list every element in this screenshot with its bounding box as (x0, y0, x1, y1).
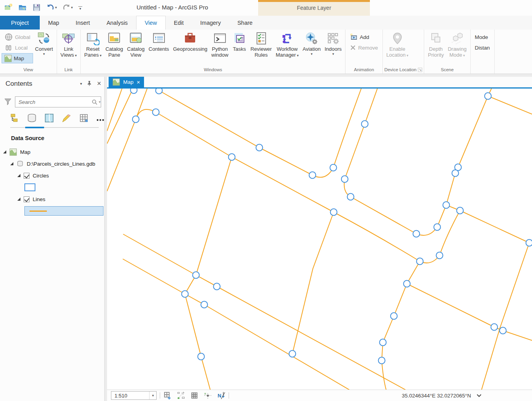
layer-tree: MapD:\Parcels_circles_Lines.gdbCirclesLi… (0, 147, 103, 218)
snapping-icon[interactable] (203, 391, 212, 400)
ribbon-button-reset-panes[interactable]: ResetPanes ▾ (82, 31, 103, 59)
ribbon-tabs-row: ProjectMapInsertAnalysisViewEditImageryS… (0, 16, 532, 30)
tree-item-label: Map (20, 149, 30, 155)
ribbon-button-geoprocessing[interactable]: Geoprocessing (171, 31, 209, 52)
ribbon-button-reviewer-rules[interactable]: ReviewerRules (248, 31, 273, 58)
tree-item-circles[interactable]: Circles (0, 170, 103, 181)
tab-analysis[interactable]: Analysis (98, 16, 136, 30)
search-icon[interactable] (91, 99, 98, 105)
map-view-tab[interactable]: Map × (109, 77, 144, 87)
statusbar-separator (160, 392, 160, 399)
tree-item-lines[interactable]: Lines (0, 194, 103, 204)
new-layout-icon[interactable] (163, 391, 172, 400)
tab-view[interactable]: View (136, 16, 166, 30)
redo-caret-icon[interactable]: ▾ (71, 6, 73, 9)
tree-item-label: D:\Parcels_circles_Lines.gdb (27, 161, 95, 167)
depth-priority-icon (429, 31, 443, 46)
map-node (347, 194, 354, 200)
map-line (382, 284, 407, 390)
redo-button[interactable]: ▾ (62, 3, 74, 12)
grid-icon[interactable] (190, 391, 199, 400)
ribbon-group-link: LinkViews ▾Link (57, 30, 81, 74)
edit-vertices-icon[interactable] (177, 391, 185, 400)
contents-view-tabs (9, 113, 99, 123)
lines-symbol-selected[interactable] (24, 206, 103, 216)
symbol-swatch-circles[interactable] (0, 182, 103, 192)
ribbon-button-mode[interactable]: Mode (472, 32, 493, 42)
dialog-launcher-icon[interactable]: ↘ (418, 68, 422, 72)
data-source-icon[interactable] (27, 113, 37, 123)
drawing-order-icon[interactable] (9, 113, 20, 123)
ribbon-button-python-window[interactable]: Pythonwindow (209, 31, 230, 58)
ribbon-gap-strip (0, 74, 532, 77)
reviewer-rules-icon (255, 31, 268, 46)
tab-map[interactable]: Map (40, 16, 67, 30)
ribbon-button-catalog-view[interactable]: CatalogView (125, 31, 147, 58)
map-line (292, 212, 334, 354)
convert-icon (37, 31, 51, 46)
reset-panes-icon (86, 31, 100, 46)
close-icon[interactable]: × (97, 80, 101, 87)
tree-item-d-parcels-circles-lines-gdb[interactable]: D:\Parcels_circles_Lines.gdb (0, 159, 103, 169)
filter-icon[interactable] (4, 98, 12, 105)
status-bar: 1:510 ▾ N 35.0246344°E 32.0272065°N (107, 390, 532, 401)
north-arrow-icon[interactable]: N (217, 391, 225, 400)
ribbon-button-map[interactable]: Map (2, 53, 33, 63)
ribbon-button-convert[interactable]: Convert▾ (33, 31, 55, 56)
map-canvas[interactable] (107, 87, 532, 390)
tab-insert[interactable]: Insert (67, 16, 98, 30)
scale-caret-icon[interactable]: ▾ (149, 392, 156, 399)
tab-edit[interactable]: Edit (166, 16, 192, 30)
ribbon-button-add[interactable]: Add (347, 32, 381, 42)
ribbon-button-contents[interactable]: Contents (147, 31, 171, 52)
expander-icon[interactable] (17, 174, 20, 177)
close-view-icon[interactable]: × (137, 79, 140, 85)
dropdown-caret-icon: ▾ (43, 52, 45, 56)
expander-icon[interactable] (10, 162, 13, 165)
tab-imagery[interactable]: Imagery (192, 16, 229, 30)
ribbon-button-indoors[interactable]: Indoors▾ (323, 31, 344, 56)
visibility-checkbox[interactable] (24, 196, 30, 202)
tree-item-map[interactable]: Map (0, 147, 103, 157)
ribbon-group-label: Scene (426, 66, 468, 74)
button-label: LinkViews ▾ (61, 46, 77, 59)
visibility-checkbox[interactable] (24, 173, 30, 179)
tab-project[interactable]: Project (0, 16, 40, 30)
open-project-icon[interactable] (17, 2, 28, 13)
ribbon-button-aviation[interactable]: Aviation▾ (301, 31, 323, 56)
map-node (214, 283, 220, 290)
more-icon[interactable] (96, 113, 105, 123)
search-caret-icon[interactable]: ▾ (98, 100, 103, 104)
search-input[interactable] (15, 99, 91, 105)
pin-icon[interactable] (87, 80, 92, 87)
undo-button[interactable]: ▾ (46, 3, 58, 12)
quick-access-toolbar: ▾ ▾ —▾ (3, 2, 83, 13)
coordinates-caret-icon[interactable] (477, 394, 482, 397)
circles-symbol[interactable] (24, 183, 35, 191)
new-project-icon[interactable] (3, 2, 13, 13)
ribbon-group-label: Windows (82, 66, 344, 74)
button-label: ResetPanes ▾ (84, 46, 102, 59)
map-line (481, 243, 529, 390)
editing-icon[interactable] (61, 113, 72, 123)
scale-combo[interactable]: 1:510 ▾ (111, 391, 157, 400)
save-project-icon[interactable] (31, 2, 42, 13)
symbol-swatch-lines[interactable] (0, 206, 103, 216)
table-icon[interactable] (79, 113, 89, 123)
map-node (153, 109, 159, 116)
ribbon-button-tasks[interactable]: Tasks (230, 31, 248, 52)
ribbon-button-catalog-pane[interactable]: CatalogPane (103, 31, 125, 58)
expander-icon[interactable] (17, 198, 20, 201)
undo-caret-icon[interactable]: ▾ (55, 6, 57, 9)
tab-share[interactable]: Share (229, 16, 261, 30)
expander-icon[interactable] (3, 150, 6, 153)
ribbon-button-link-views[interactable]: LinkViews ▾ (59, 31, 79, 59)
statusbar-separator (229, 392, 229, 399)
ribbon-button-distan[interactable]: Distan (472, 43, 493, 53)
customize-qat-button[interactable]: —▾ (78, 4, 83, 11)
pane-menu-caret-icon[interactable]: ▾ (80, 81, 82, 86)
ribbon-button-workflow-manager[interactable]: WorkflowManager ▾ (274, 31, 301, 59)
indoors-icon (327, 31, 340, 46)
selection-icon[interactable] (44, 113, 54, 123)
map-node (131, 89, 137, 94)
